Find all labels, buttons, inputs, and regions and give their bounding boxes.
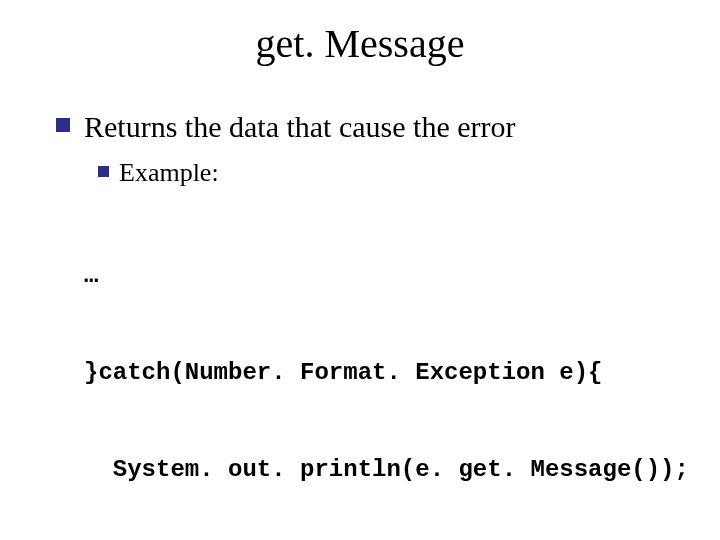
square-bullet-icon <box>98 166 109 177</box>
bullet-text-1: Returns the data that cause the error <box>84 108 515 146</box>
bullet-text-2: Example: <box>119 156 219 190</box>
slide: get. Message Returns the data that cause… <box>0 0 720 540</box>
page-title: get. Message <box>0 20 720 67</box>
bullet-row-2: Example: <box>98 156 680 190</box>
code-block: … }catch(Number. Format. Exception e){ S… <box>84 195 680 540</box>
code-line: }catch(Number. Format. Exception e){ <box>84 357 680 389</box>
slide-body: Returns the data that cause the error Ex… <box>56 108 680 540</box>
square-bullet-icon <box>56 118 70 132</box>
code-line: … <box>84 260 680 292</box>
code-line: System. out. println(e. get. Message()); <box>84 454 680 486</box>
bullet-row-1: Returns the data that cause the error <box>56 108 680 146</box>
